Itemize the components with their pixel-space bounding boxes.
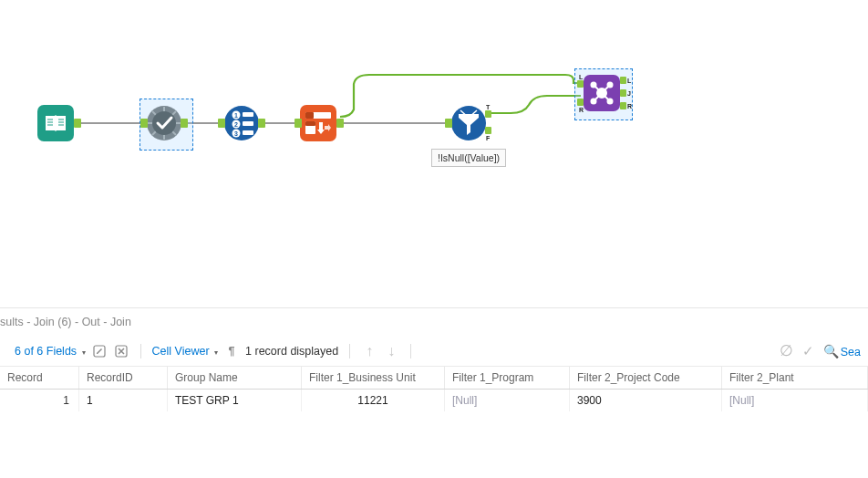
clear-icon[interactable] xyxy=(113,343,129,359)
workflow-canvas[interactable]: 1 2 3 xyxy=(0,0,868,307)
tool-transpose[interactable] xyxy=(300,105,336,141)
fields-dropdown[interactable]: 6 of 6 Fields ▾ xyxy=(15,345,86,358)
svg-rect-27 xyxy=(305,121,315,126)
svg-point-13 xyxy=(152,111,176,135)
cell-viewer-dropdown[interactable]: Cell Viewer ▾ xyxy=(152,345,218,358)
table-row[interactable]: 1 1 TEST GRP 1 11221 [Null] 3900 [Null] xyxy=(0,390,868,412)
arrow-down-icon[interactable]: ↓ xyxy=(383,343,399,359)
join-icon xyxy=(588,79,615,107)
svg-text:2: 2 xyxy=(234,121,238,128)
svg-rect-22 xyxy=(243,121,253,126)
transpose-icon xyxy=(305,111,332,135)
svg-rect-23 xyxy=(243,130,253,135)
col-f2-code[interactable]: Filter 2_Project Code xyxy=(570,367,722,390)
tool-input-data[interactable] xyxy=(37,105,74,141)
results-grid[interactable]: Record RecordID Group Name Filter 1_Busi… xyxy=(0,367,868,411)
grid-header-row: Record RecordID Group Name Filter 1_Busi… xyxy=(0,367,868,390)
disable-icon[interactable]: ∅ xyxy=(780,341,793,360)
tool-join[interactable]: L R L J R xyxy=(584,75,620,111)
select-tool-icon xyxy=(146,105,182,141)
col-f1-program[interactable]: Filter 1_Program xyxy=(445,367,570,390)
col-f2-plant[interactable]: Filter 2_Plant xyxy=(722,367,868,390)
col-group-name[interactable]: Group Name xyxy=(168,367,302,390)
arrow-up-icon[interactable]: ↑ xyxy=(361,343,377,359)
tool-filter[interactable]: T F xyxy=(450,105,487,145)
edit-icon[interactable] xyxy=(91,343,108,359)
col-recordid[interactable]: RecordID xyxy=(79,367,168,390)
filter-expression-label: !IsNull([Value]) xyxy=(431,149,506,167)
svg-line-35 xyxy=(604,87,608,90)
svg-line-37 xyxy=(604,96,608,99)
results-panel: sults - Join (6) - Out - Join 6 of 6 Fie… xyxy=(0,307,868,478)
tool-select[interactable] xyxy=(146,105,182,145)
paragraph-icon[interactable]: ¶ xyxy=(223,343,240,359)
svg-rect-25 xyxy=(305,112,314,119)
filter-icon xyxy=(450,105,487,141)
col-record[interactable]: Record xyxy=(0,367,79,390)
svg-point-14 xyxy=(224,106,259,140)
results-breadcrumb: sults - Join (6) - Out - Join xyxy=(0,308,868,336)
apply-icon[interactable]: ✓ xyxy=(802,343,814,359)
records-count-label: 1 record displayed xyxy=(245,345,338,358)
svg-text:3: 3 xyxy=(234,130,238,137)
svg-line-36 xyxy=(595,96,599,99)
search-box[interactable]: 🔍Sea xyxy=(823,344,861,358)
svg-text:1: 1 xyxy=(234,112,238,119)
results-toolbar: 6 of 6 Fields ▾ Cell Viewer ▾ ¶ 1 record… xyxy=(0,336,868,367)
book-icon xyxy=(44,113,67,133)
record-id-icon: 1 2 3 xyxy=(223,105,260,141)
col-f1-bu[interactable]: Filter 1_Business Unit xyxy=(302,367,445,390)
svg-rect-21 xyxy=(243,112,253,117)
svg-line-34 xyxy=(595,87,599,90)
tool-record-id[interactable]: 1 2 3 xyxy=(223,105,260,145)
